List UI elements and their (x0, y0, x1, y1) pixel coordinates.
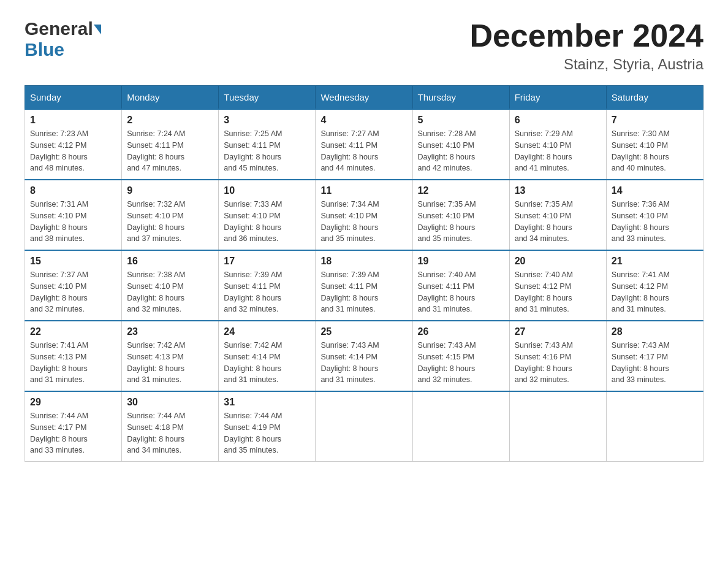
day-info: Sunrise: 7:37 AM Sunset: 4:10 PM Dayligh… (30, 269, 116, 315)
day-number: 24 (224, 326, 310, 337)
day-info: Sunrise: 7:36 AM Sunset: 4:10 PM Dayligh… (612, 199, 698, 245)
day-info: Sunrise: 7:40 AM Sunset: 4:11 PM Dayligh… (418, 269, 504, 315)
day-info: Sunrise: 7:29 AM Sunset: 4:10 PM Dayligh… (515, 128, 601, 174)
day-number: 27 (515, 326, 601, 337)
day-info: Sunrise: 7:35 AM Sunset: 4:10 PM Dayligh… (515, 199, 601, 245)
day-info: Sunrise: 7:28 AM Sunset: 4:10 PM Dayligh… (418, 128, 504, 174)
logo: General Blue (25, 18, 101, 60)
day-cell: 31 Sunrise: 7:44 AM Sunset: 4:19 PM Dayl… (219, 391, 316, 462)
logo-triangle-icon (94, 25, 101, 34)
day-info: Sunrise: 7:27 AM Sunset: 4:11 PM Dayligh… (320, 128, 407, 174)
page-header: General Blue December 2024 Stainz, Styri… (25, 18, 703, 73)
day-number: 19 (418, 256, 504, 267)
day-info: Sunrise: 7:39 AM Sunset: 4:11 PM Dayligh… (320, 269, 407, 315)
day-number: 7 (612, 115, 698, 126)
day-cell: 9 Sunrise: 7:32 AM Sunset: 4:10 PM Dayli… (122, 180, 219, 250)
month-title: December 2024 (469, 18, 703, 53)
day-cell: 19 Sunrise: 7:40 AM Sunset: 4:11 PM Dayl… (412, 250, 509, 321)
day-number: 14 (612, 185, 698, 196)
day-info: Sunrise: 7:31 AM Sunset: 4:10 PM Dayligh… (30, 199, 116, 245)
day-info: Sunrise: 7:23 AM Sunset: 4:12 PM Dayligh… (30, 128, 116, 174)
week-row-5: 29 Sunrise: 7:44 AM Sunset: 4:17 PM Dayl… (25, 391, 703, 462)
day-info: Sunrise: 7:43 AM Sunset: 4:14 PM Dayligh… (320, 340, 407, 386)
day-info: Sunrise: 7:30 AM Sunset: 4:10 PM Dayligh… (612, 128, 698, 174)
day-cell: 6 Sunrise: 7:29 AM Sunset: 4:10 PM Dayli… (509, 109, 606, 180)
day-number: 6 (515, 115, 601, 126)
day-info: Sunrise: 7:34 AM Sunset: 4:10 PM Dayligh… (320, 199, 407, 245)
day-number: 21 (612, 256, 698, 267)
title-section: December 2024 Stainz, Styria, Austria (469, 18, 703, 73)
day-cell: 1 Sunrise: 7:23 AM Sunset: 4:12 PM Dayli… (25, 109, 122, 180)
day-number: 26 (418, 326, 504, 337)
day-cell: 27 Sunrise: 7:43 AM Sunset: 4:16 PM Dayl… (509, 321, 606, 391)
week-row-3: 15 Sunrise: 7:37 AM Sunset: 4:10 PM Dayl… (25, 250, 703, 321)
day-number: 23 (127, 326, 213, 337)
day-info: Sunrise: 7:40 AM Sunset: 4:12 PM Dayligh… (515, 269, 601, 315)
day-cell: 8 Sunrise: 7:31 AM Sunset: 4:10 PM Dayli… (25, 180, 122, 250)
column-header-monday: Monday (122, 86, 219, 110)
day-info: Sunrise: 7:41 AM Sunset: 4:13 PM Dayligh… (30, 340, 116, 386)
week-row-2: 8 Sunrise: 7:31 AM Sunset: 4:10 PM Dayli… (25, 180, 703, 250)
day-cell: 11 Sunrise: 7:34 AM Sunset: 4:10 PM Dayl… (316, 180, 412, 250)
day-info: Sunrise: 7:42 AM Sunset: 4:14 PM Dayligh… (224, 340, 310, 386)
day-info: Sunrise: 7:42 AM Sunset: 4:13 PM Dayligh… (127, 340, 213, 386)
day-cell: 15 Sunrise: 7:37 AM Sunset: 4:10 PM Dayl… (25, 250, 122, 321)
day-number: 31 (224, 397, 310, 408)
day-cell: 12 Sunrise: 7:35 AM Sunset: 4:10 PM Dayl… (412, 180, 509, 250)
day-info: Sunrise: 7:44 AM Sunset: 4:19 PM Dayligh… (224, 410, 310, 456)
day-number: 13 (515, 185, 601, 196)
column-header-thursday: Thursday (412, 86, 509, 110)
day-number: 12 (418, 185, 504, 196)
day-cell: 26 Sunrise: 7:43 AM Sunset: 4:15 PM Dayl… (412, 321, 509, 391)
day-cell: 20 Sunrise: 7:40 AM Sunset: 4:12 PM Dayl… (509, 250, 606, 321)
day-info: Sunrise: 7:38 AM Sunset: 4:10 PM Dayligh… (127, 269, 213, 315)
day-info: Sunrise: 7:33 AM Sunset: 4:10 PM Dayligh… (224, 199, 310, 245)
week-row-4: 22 Sunrise: 7:41 AM Sunset: 4:13 PM Dayl… (25, 321, 703, 391)
day-info: Sunrise: 7:32 AM Sunset: 4:10 PM Dayligh… (127, 199, 213, 245)
day-number: 15 (30, 256, 116, 267)
week-row-1: 1 Sunrise: 7:23 AM Sunset: 4:12 PM Dayli… (25, 109, 703, 180)
day-cell: 25 Sunrise: 7:43 AM Sunset: 4:14 PM Dayl… (316, 321, 412, 391)
calendar-table: SundayMondayTuesdayWednesdayThursdayFrid… (25, 85, 703, 462)
day-cell: 14 Sunrise: 7:36 AM Sunset: 4:10 PM Dayl… (606, 180, 703, 250)
day-info: Sunrise: 7:39 AM Sunset: 4:11 PM Dayligh… (224, 269, 310, 315)
day-number: 28 (612, 326, 698, 337)
day-cell: 17 Sunrise: 7:39 AM Sunset: 4:11 PM Dayl… (219, 250, 316, 321)
day-number: 16 (127, 256, 213, 267)
logo-general: General (25, 18, 93, 39)
day-number: 8 (30, 185, 116, 196)
day-number: 1 (30, 115, 116, 126)
day-info: Sunrise: 7:44 AM Sunset: 4:18 PM Dayligh… (127, 410, 213, 456)
day-cell: 22 Sunrise: 7:41 AM Sunset: 4:13 PM Dayl… (25, 321, 122, 391)
day-cell: 23 Sunrise: 7:42 AM Sunset: 4:13 PM Dayl… (122, 321, 219, 391)
day-number: 3 (224, 115, 310, 126)
column-header-wednesday: Wednesday (316, 86, 412, 110)
day-cell (606, 391, 703, 462)
day-info: Sunrise: 7:43 AM Sunset: 4:15 PM Dayligh… (418, 340, 504, 386)
day-cell: 2 Sunrise: 7:24 AM Sunset: 4:11 PM Dayli… (122, 109, 219, 180)
column-header-saturday: Saturday (606, 86, 703, 110)
day-number: 22 (30, 326, 116, 337)
day-info: Sunrise: 7:43 AM Sunset: 4:16 PM Dayligh… (515, 340, 601, 386)
day-cell: 21 Sunrise: 7:41 AM Sunset: 4:12 PM Dayl… (606, 250, 703, 321)
day-info: Sunrise: 7:25 AM Sunset: 4:11 PM Dayligh… (224, 128, 310, 174)
day-cell: 10 Sunrise: 7:33 AM Sunset: 4:10 PM Dayl… (219, 180, 316, 250)
day-number: 25 (320, 326, 407, 337)
day-number: 2 (127, 115, 213, 126)
day-info: Sunrise: 7:44 AM Sunset: 4:17 PM Dayligh… (30, 410, 116, 456)
day-number: 30 (127, 397, 213, 408)
location-title: Stainz, Styria, Austria (469, 56, 703, 73)
day-cell (412, 391, 509, 462)
day-number: 29 (30, 397, 116, 408)
day-cell: 4 Sunrise: 7:27 AM Sunset: 4:11 PM Dayli… (316, 109, 412, 180)
day-cell: 24 Sunrise: 7:42 AM Sunset: 4:14 PM Dayl… (219, 321, 316, 391)
day-number: 17 (224, 256, 310, 267)
day-cell (509, 391, 606, 462)
day-cell: 29 Sunrise: 7:44 AM Sunset: 4:17 PM Dayl… (25, 391, 122, 462)
day-number: 9 (127, 185, 213, 196)
day-cell: 3 Sunrise: 7:25 AM Sunset: 4:11 PM Dayli… (219, 109, 316, 180)
calendar-header-row: SundayMondayTuesdayWednesdayThursdayFrid… (25, 86, 703, 110)
day-cell (316, 391, 412, 462)
day-cell: 30 Sunrise: 7:44 AM Sunset: 4:18 PM Dayl… (122, 391, 219, 462)
day-info: Sunrise: 7:35 AM Sunset: 4:10 PM Dayligh… (418, 199, 504, 245)
